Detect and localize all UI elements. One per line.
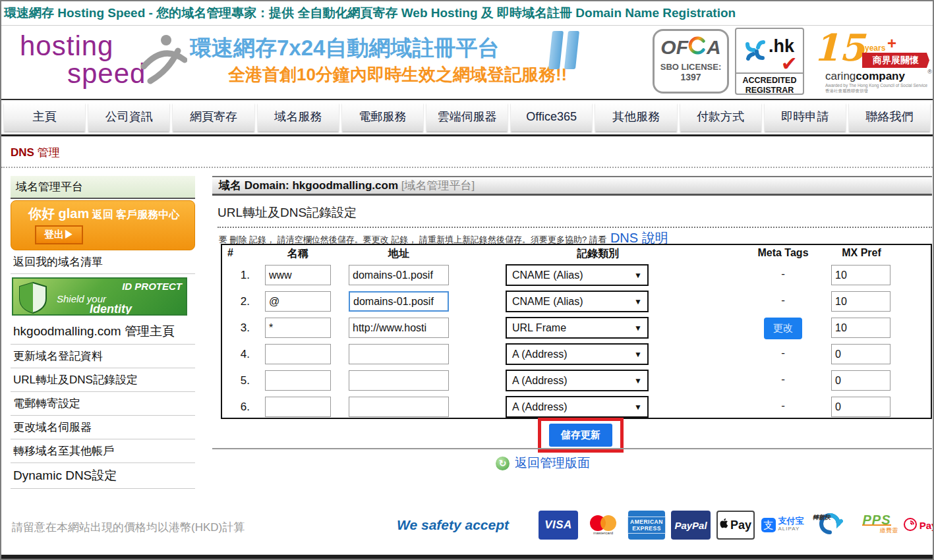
hk-pinwheel-icon: [745, 38, 767, 63]
sidebar-item-email-forwarding[interactable]: 電郵轉寄設定: [11, 392, 195, 416]
record-type-select-6[interactable]: A (Address)▼: [506, 396, 649, 418]
back-to-admin-link[interactable]: ↻ 返回管理版面: [496, 455, 590, 472]
dns-name-input-3[interactable]: [265, 318, 331, 338]
record-type-select-2[interactable]: CNAME (Alias)▼: [506, 291, 649, 312]
nav-tab-payment-methods[interactable]: 付款方式: [680, 103, 761, 131]
caring-subtext: Awarded by The Hong Kong Council of Soci…: [825, 83, 927, 94]
footer: 請留意在本網站出現的價格均以港幣(HKD)計算 We safety accept…: [1, 499, 933, 557]
sidebar-item-transfer-domain[interactable]: 轉移域名至其他帳戶: [11, 439, 195, 463]
visa-logo: VISA: [539, 511, 578, 540]
ofca-text-right: A: [707, 38, 721, 57]
mx-pref-input-1[interactable]: [831, 265, 890, 285]
hk-accredited-line2: REGISTRAR: [736, 86, 803, 96]
nav-tab-company-info[interactable]: 公司資訊: [88, 103, 169, 131]
dns-records-table: # 名稱 地址 記錄類別 Meta Tags MX Pref 1. CNAME …: [221, 244, 932, 419]
sidebar-item-back-to-domain-list[interactable]: 返回我的域名清單: [11, 250, 195, 274]
main-content: 域名 Domain: hkgoodmalling.com [域名管理平台] UR…: [212, 173, 932, 476]
currency-notice: 請留意在本網站出現的價格均以港幣(HKD)計算: [12, 520, 245, 535]
dns-name-input-2[interactable]: [265, 291, 331, 312]
dns-address-input-1[interactable]: [349, 265, 449, 285]
mx-pref-input-2[interactable]: [831, 291, 890, 312]
nav-tab-office365[interactable]: Office365: [511, 103, 592, 131]
blue-bar-icon: [564, 31, 579, 69]
col-header-meta-tags: Meta Tags: [750, 247, 816, 259]
registered-mark: ®: [927, 69, 932, 75]
apple-pay-logo: Pay: [716, 511, 755, 540]
domain-header-bar: 域名 Domain: hkgoodmalling.com [域名管理平台]: [212, 176, 932, 196]
nav-tab-instant-apply[interactable]: 即時申請: [765, 103, 846, 131]
id-protect-banner[interactable]: ID PROTECT Shield your Identity: [12, 277, 187, 316]
we-accept-text: We safety accept: [397, 517, 509, 533]
mx-pref-input-6[interactable]: [831, 397, 890, 417]
id-protect-title: ID PROTECT: [122, 281, 182, 292]
chevron-down-icon: ▼: [634, 398, 642, 417]
shield-icon: [18, 281, 47, 316]
mx-pref-input-5[interactable]: [831, 370, 890, 391]
meta-edit-button[interactable]: 更改: [764, 318, 802, 339]
meta-tags-cell: -: [750, 373, 816, 386]
dns-address-input-5[interactable]: [349, 370, 449, 391]
hk-checkmark-icon: ✔: [781, 52, 798, 75]
greeting-box: 你好 glam 返回 客戶服務中心 登出▶: [11, 200, 195, 250]
caring-years-text: years: [865, 43, 885, 53]
mx-pref-input-4[interactable]: [831, 344, 890, 364]
top-tagline-bar: 環速網存 Hosting Speed - 您的域名管理專家：提供 全自動化網頁寄…: [1, 1, 933, 26]
dns-name-input-5[interactable]: [265, 370, 331, 391]
sidebar-item-dynamic-dns[interactable]: Dynamic DNS設定: [11, 463, 195, 489]
chevron-down-icon: ▼: [634, 319, 642, 338]
table-row: 3. URL Frame▼ 更改: [222, 315, 931, 341]
dns-name-input-4[interactable]: [265, 344, 331, 364]
nav-tab-web-hosting[interactable]: 網頁寄存: [173, 103, 254, 131]
sidebar: 域名管理平台 你好 glam 返回 客戶服務中心 登出▶ 返回我的域名清單 ID…: [11, 176, 195, 489]
sidebar-item-domain-admin-home[interactable]: hkgoodmalling.com 管理主頁: [11, 319, 195, 345]
record-type-select-1[interactable]: CNAME (Alias)▼: [506, 264, 649, 286]
record-type-select-5[interactable]: A (Address)▼: [506, 370, 649, 391]
bar-decoration: [548, 31, 579, 69]
mastercard-logo: mastercard: [584, 511, 622, 540]
caring-company-name: caringcompany: [825, 70, 905, 83]
col-header-number: #: [227, 247, 233, 259]
record-type-select-4[interactable]: A (Address)▼: [506, 343, 649, 365]
payme-fingerprint-icon: [903, 517, 918, 534]
record-type-select-3[interactable]: URL Frame▼: [506, 317, 649, 339]
sidebar-item-change-nameserver[interactable]: 更改域名伺服器: [11, 416, 195, 439]
nav-tab-cloud-server[interactable]: 雲端伺服器: [426, 103, 508, 131]
chevron-down-icon: ▼: [634, 293, 642, 312]
promo-line2: 全港首創10分鐘內即時生效之網域登記服務!!: [228, 63, 559, 86]
amex-logo: AMERICANEXPRESS: [628, 511, 665, 540]
mx-pref-input-3[interactable]: [831, 318, 890, 338]
row-number: 6.: [229, 401, 250, 414]
dns-address-input-2[interactable]: [349, 291, 449, 312]
sidebar-item-url-dns-settings[interactable]: URL轉址及DNS記錄設定: [11, 368, 195, 392]
hk-accredited-line1: ACCREDITED: [736, 76, 803, 86]
payme-logo: PayMe: [904, 511, 934, 540]
col-header-record-type: 記錄類別: [506, 247, 690, 261]
dns-address-input-4[interactable]: [349, 344, 449, 364]
ofca-license-line: SBO LICENSE:: [655, 62, 727, 72]
meta-tags-cell: -: [750, 267, 816, 281]
nav-tab-email-services[interactable]: 電郵服務: [342, 103, 423, 131]
return-customer-service-link[interactable]: 返回 客戶服務中心: [92, 209, 179, 220]
nav-tab-other-services[interactable]: 其他服務: [595, 103, 676, 131]
paypal-logo: PayPal: [671, 511, 711, 540]
greeting-username: 你好 glam: [28, 206, 89, 221]
dns-name-input-6[interactable]: [265, 397, 331, 417]
table-row: 1. CNAME (Alias)▼ -: [222, 262, 931, 289]
site-header: hosting speed 環速網存7x24自動網域註冊平台 全港首創10分鐘內…: [1, 26, 933, 98]
nav-tab-domain-services[interactable]: 域名服務: [258, 103, 339, 131]
site-logo[interactable]: hosting speed: [20, 32, 171, 88]
dns-name-input-1[interactable]: [265, 265, 331, 285]
table-row: 2. CNAME (Alias)▼ -: [222, 289, 931, 315]
back-to-admin-label: 返回管理版面: [515, 455, 590, 472]
caring-banner-text: 商界展關懷: [862, 53, 929, 68]
dns-address-input-6[interactable]: [349, 397, 449, 417]
dns-help-link[interactable]: DNS 說明: [610, 231, 668, 245]
save-update-button[interactable]: 儲存更新: [549, 424, 612, 447]
nav-tab-contact-us[interactable]: 聯絡我們: [849, 103, 930, 131]
dns-address-input-3[interactable]: [349, 318, 449, 338]
col-header-mx-pref: MX Pref: [831, 247, 892, 259]
sidebar-item-update-registration[interactable]: 更新域名登記資料: [11, 345, 195, 368]
logout-button[interactable]: 登出▶: [35, 225, 83, 244]
fps-logo: 轉數快: [810, 511, 850, 540]
nav-tab-home[interactable]: 主頁: [4, 103, 85, 131]
